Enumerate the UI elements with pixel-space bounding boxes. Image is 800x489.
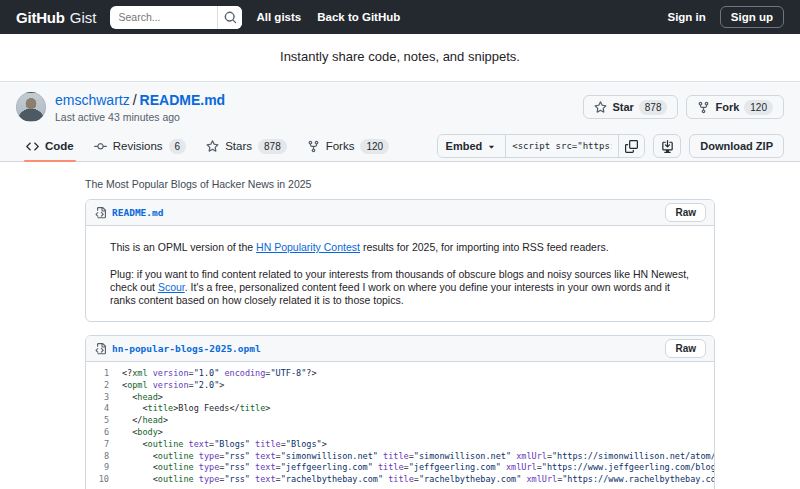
- gist-meta: emschwartz/README.md Last active 43 minu…: [16, 92, 225, 123]
- tab-bar: CodeRevisions6Stars878Forks120 Embed: [0, 131, 800, 162]
- gist-title-separator: /: [133, 92, 137, 108]
- tagline-text: Instantly share code, notes, and snippet…: [280, 49, 520, 64]
- search-input[interactable]: [110, 6, 217, 29]
- tab-forks[interactable]: Forks120: [297, 131, 399, 161]
- tab-stars[interactable]: Stars878: [196, 131, 297, 161]
- opml-file-link[interactable]: hn-popular-blogs-2025.opml: [112, 343, 261, 354]
- star-label: Star: [612, 101, 633, 113]
- tab-counter: 878: [258, 139, 287, 154]
- code-text: <outline type="rss" text="rachelbythebay…: [122, 474, 714, 486]
- tagline-section: Instantly share code, notes, and snippet…: [0, 34, 800, 81]
- search-box: [110, 6, 242, 29]
- readme-paragraph: Plug: if you want to find content relate…: [110, 268, 690, 307]
- fork-label: Fork: [715, 101, 739, 113]
- file-box-readme: README.md Raw This is an OPML version of…: [85, 199, 715, 322]
- triangle-down-icon: [486, 141, 497, 152]
- embed-group: Embed: [437, 134, 646, 158]
- copy-icon: [625, 140, 638, 153]
- line-number[interactable]: 4: [86, 403, 122, 415]
- embed-dropdown-button[interactable]: Embed: [438, 135, 507, 157]
- sign-in-link[interactable]: Sign in: [667, 11, 705, 23]
- tab-revisions[interactable]: Revisions6: [84, 131, 196, 161]
- raw-button-readme[interactable]: Raw: [665, 203, 706, 222]
- code-text: <outline type="rss" text="simonwillison.…: [122, 451, 714, 463]
- star-icon: [206, 140, 219, 153]
- tab-label: Code: [45, 140, 74, 152]
- code-line: 10 <outline type="rss" text="rachelbythe…: [86, 474, 714, 486]
- desktop-download-icon: [661, 140, 674, 153]
- fork-icon: [307, 140, 320, 153]
- code-line: 8 <outline type="rss" text="simonwilliso…: [86, 451, 714, 463]
- file-code-icon: [94, 207, 106, 219]
- readme-paragraph: This is an OPML version of the HN Popula…: [110, 241, 690, 254]
- line-number[interactable]: 1: [86, 368, 122, 380]
- gist-strip: emschwartz/README.md Last active 43 minu…: [0, 81, 800, 162]
- line-number[interactable]: 5: [86, 415, 122, 427]
- star-count: 878: [639, 100, 668, 115]
- desktop-download-button[interactable]: [653, 134, 681, 158]
- tab-code[interactable]: Code: [16, 131, 84, 161]
- tab-label: Forks: [326, 140, 355, 152]
- social-buttons: Star 878 Fork 120: [583, 92, 784, 119]
- code-line: 6 <body>: [86, 427, 714, 439]
- gist-description: The Most Popular Blogs of Hacker News in…: [85, 178, 715, 190]
- tab-list: CodeRevisions6Stars878Forks120: [16, 131, 399, 161]
- file-box-opml: hn-popular-blogs-2025.opml Raw 1<?xml ve…: [85, 335, 715, 489]
- search-button[interactable]: [217, 6, 242, 29]
- gist-owner-link[interactable]: emschwartz: [55, 92, 130, 108]
- code-text: </head>: [122, 415, 714, 427]
- line-number[interactable]: 8: [86, 451, 122, 463]
- search-icon: [224, 11, 237, 24]
- code-text: <opml version="2.0">: [122, 380, 714, 392]
- gist-file-link[interactable]: README.md: [140, 92, 226, 108]
- top-header: GitHub Gist All gistsBack to GitHub Sign…: [0, 0, 800, 34]
- tab-label: Stars: [225, 140, 252, 152]
- line-number[interactable]: 2: [86, 380, 122, 392]
- header-nav-back-to-github[interactable]: Back to GitHub: [317, 11, 400, 23]
- code-line: 1<?xml version="1.0" encoding="UTF-8"?>: [86, 368, 714, 380]
- download-zip-button[interactable]: Download ZIP: [689, 134, 784, 158]
- code-text: <head>: [122, 392, 714, 404]
- embed-url-input[interactable]: [506, 135, 618, 157]
- code-line: 9 <outline type="rss" text="jeffgeerling…: [86, 462, 714, 474]
- code-text: <outline text="Blogs" title="Blogs">: [122, 439, 714, 451]
- readme-link[interactable]: Scour: [158, 281, 185, 293]
- gist-last-active: Last active 43 minutes ago: [55, 111, 225, 123]
- file-header-readme: README.md Raw: [86, 200, 714, 226]
- copy-button[interactable]: [618, 135, 644, 157]
- header-nav: All gistsBack to GitHub: [256, 11, 400, 23]
- tab-label: Revisions: [113, 140, 163, 152]
- logo-gist-text: Gist: [70, 9, 97, 26]
- file-header-opml: hn-popular-blogs-2025.opml Raw: [86, 336, 714, 362]
- code-line: 5 </head>: [86, 415, 714, 427]
- raw-button-opml[interactable]: Raw: [665, 339, 706, 358]
- star-button[interactable]: Star 878: [583, 95, 678, 119]
- code-icon: [26, 140, 39, 153]
- code-line: 3 <head>: [86, 392, 714, 404]
- logo-github-text: GitHub: [16, 9, 65, 26]
- line-number[interactable]: 10: [86, 474, 122, 486]
- code-body: 1<?xml version="1.0" encoding="UTF-8"?>2…: [86, 362, 714, 489]
- readme-link[interactable]: HN Popularity Contest: [256, 241, 360, 253]
- code-text: <outline type="rss" text="jeffgeerling.c…: [122, 462, 714, 474]
- code-text: <title>Blog Feeds</title>: [122, 403, 714, 415]
- github-gist-logo[interactable]: GitHub Gist: [16, 9, 96, 26]
- sign-up-button[interactable]: Sign up: [720, 6, 784, 28]
- code-line: 4 <title>Blog Feeds</title>: [86, 403, 714, 415]
- readme-file-link[interactable]: README.md: [112, 207, 163, 218]
- avatar[interactable]: [16, 92, 46, 122]
- file-code-icon: [94, 343, 106, 355]
- line-number[interactable]: 9: [86, 462, 122, 474]
- header-nav-all-gists[interactable]: All gists: [256, 11, 301, 23]
- tab-counter: 6: [169, 139, 187, 154]
- main-content: The Most Popular Blogs of Hacker News in…: [0, 162, 800, 489]
- line-number[interactable]: 7: [86, 439, 122, 451]
- tab-actions: Embed Download ZIP: [437, 134, 784, 158]
- gist-header: emschwartz/README.md Last active 43 minu…: [0, 82, 800, 131]
- line-number[interactable]: 3: [86, 392, 122, 404]
- fork-icon: [697, 101, 710, 114]
- star-icon: [594, 101, 607, 114]
- fork-button[interactable]: Fork 120: [686, 95, 784, 119]
- readme-body: This is an OPML version of the HN Popula…: [86, 226, 714, 321]
- line-number[interactable]: 6: [86, 427, 122, 439]
